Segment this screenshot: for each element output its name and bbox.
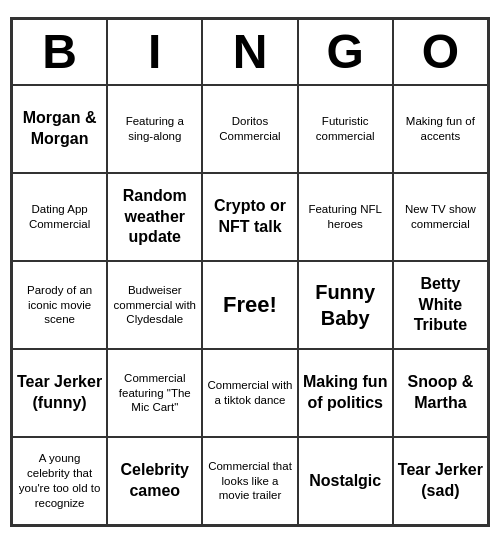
bingo-cell-15[interactable]: Tear Jerker (funny) (12, 349, 107, 437)
bingo-cell-24[interactable]: Tear Jerker (sad) (393, 437, 488, 525)
bingo-cell-2[interactable]: Doritos Commercial (202, 85, 297, 173)
bingo-cell-16[interactable]: Commercial featuring "The Mic Cart" (107, 349, 202, 437)
bingo-cell-14[interactable]: Betty White Tribute (393, 261, 488, 349)
bingo-letter-n: N (202, 19, 297, 85)
bingo-cell-23[interactable]: Nostalgic (298, 437, 393, 525)
bingo-cell-8[interactable]: Featuring NFL heroes (298, 173, 393, 261)
bingo-letter-g: G (298, 19, 393, 85)
bingo-cell-17[interactable]: Commercial with a tiktok dance (202, 349, 297, 437)
bingo-cell-10[interactable]: Parody of an iconic movie scene (12, 261, 107, 349)
bingo-cell-0[interactable]: Morgan & Morgan (12, 85, 107, 173)
bingo-cell-20[interactable]: A young celebrity that you're too old to… (12, 437, 107, 525)
bingo-card: BINGO Morgan & MorganFeaturing a sing-al… (10, 17, 490, 527)
bingo-header: BINGO (12, 19, 488, 85)
bingo-cell-9[interactable]: New TV show commercial (393, 173, 488, 261)
bingo-letter-i: I (107, 19, 202, 85)
bingo-grid: Morgan & MorganFeaturing a sing-alongDor… (12, 85, 488, 525)
bingo-cell-11[interactable]: Budweiser commercial with Clydesdale (107, 261, 202, 349)
bingo-cell-5[interactable]: Dating App Commercial (12, 173, 107, 261)
bingo-cell-12[interactable]: Free! (202, 261, 297, 349)
bingo-cell-18[interactable]: Making fun of politics (298, 349, 393, 437)
bingo-cell-22[interactable]: Commercial that looks like a movie trail… (202, 437, 297, 525)
bingo-cell-3[interactable]: Futuristic commercial (298, 85, 393, 173)
bingo-cell-4[interactable]: Making fun of accents (393, 85, 488, 173)
bingo-cell-19[interactable]: Snoop & Martha (393, 349, 488, 437)
bingo-cell-13[interactable]: Funny Baby (298, 261, 393, 349)
bingo-letter-b: B (12, 19, 107, 85)
bingo-cell-1[interactable]: Featuring a sing-along (107, 85, 202, 173)
bingo-cell-6[interactable]: Random weather update (107, 173, 202, 261)
bingo-cell-21[interactable]: Celebrity cameo (107, 437, 202, 525)
bingo-cell-7[interactable]: Crypto or NFT talk (202, 173, 297, 261)
bingo-letter-o: O (393, 19, 488, 85)
